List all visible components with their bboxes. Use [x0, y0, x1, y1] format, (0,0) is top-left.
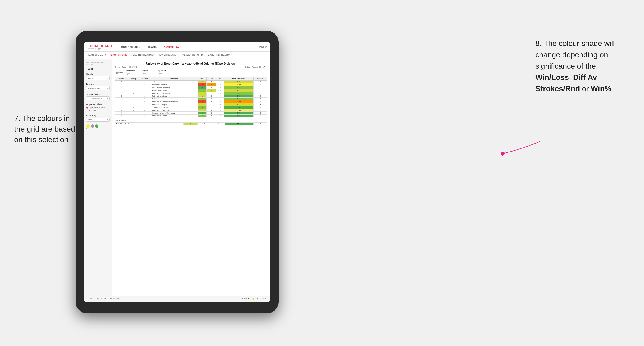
cell-tie: 0	[216, 103, 224, 106]
cell-diff: 4.62	[224, 115, 254, 117]
col-loss: Loss	[206, 77, 216, 81]
color-circle-up	[95, 125, 98, 128]
forward-btn[interactable]: →	[94, 298, 96, 300]
cell-conf: 3	[139, 103, 151, 106]
cell-opponent: Florida State University	[151, 89, 198, 92]
cell-opponent: Texas Tech University	[151, 106, 198, 109]
sidebar-opponent-view-label: Opponent View	[86, 103, 110, 106]
grid-btn[interactable]: ⊞	[256, 298, 258, 300]
redo-btn[interactable]: ↪	[90, 298, 92, 300]
sub-nav-team-h2h-heatmap[interactable]: TEAM H2H HEATMAP	[131, 53, 154, 57]
annotation-left: 7. The colours in the grid are based on …	[14, 113, 80, 145]
cell-conf: 0	[139, 109, 151, 112]
cell-conf: 1	[139, 106, 151, 109]
col-reg: # Reg	[128, 77, 139, 81]
sidebar-gender-value[interactable]: Men's	[86, 76, 110, 80]
cell-opponent: University of Oklahoma	[151, 109, 198, 112]
filter-row: Opponents: Conference (All) Region (All)	[115, 70, 268, 75]
cell-win: 0	[198, 83, 206, 86]
filter-opponent-select[interactable]: (All)	[158, 72, 172, 75]
cell-diff: 2.28	[224, 86, 254, 89]
sidebar-gender-section: Gender Men's	[86, 73, 110, 80]
clock-btn[interactable]: 🕐	[104, 298, 106, 300]
cell-loss: 1	[206, 100, 216, 103]
col-conf: # Conf	[139, 77, 151, 81]
sub-nav-player-h2h-heatmap[interactable]: PLAYER H2H HEATMAP	[206, 53, 232, 57]
cell-rounds: 17	[254, 86, 268, 89]
cell-loss: 1	[206, 115, 216, 117]
cell-rank: 9	[115, 95, 128, 98]
cell-rank: 16	[115, 115, 128, 117]
cell-diff: -2.29	[224, 83, 254, 86]
cell-conf: 1	[139, 81, 151, 83]
cell-tie: 0	[216, 98, 224, 100]
col-tie: Tie	[216, 77, 224, 81]
sidebar-opponent-view-section: Opponent View Opponents Played Top 100	[86, 103, 110, 112]
sign-out[interactable]: | Sign out	[256, 46, 266, 48]
cell-opponent: University of Alabama	[151, 98, 198, 100]
cell-tie: 0	[216, 115, 224, 117]
sub-nav-team-summary[interactable]: TEAM SUMMARY	[88, 53, 106, 57]
cell-reg: -	[128, 100, 139, 103]
cut-btn[interactable]: ✂	[100, 298, 102, 300]
cell-rank: 6	[115, 89, 128, 92]
cell-win: 5	[198, 112, 206, 115]
color-circle-down	[86, 125, 90, 128]
cell-win: 1	[198, 109, 206, 112]
cell-reg: -	[128, 86, 139, 89]
sub-nav-team-h2h-grid[interactable]: TEAM H2H GRID	[110, 53, 128, 57]
cell-loss: 1	[206, 109, 216, 112]
cell-opponent: University of Arizona	[151, 95, 198, 98]
ood-win: 1	[184, 123, 198, 125]
cell-diff: -1.00	[224, 109, 254, 112]
sidebar-school-value[interactable]: 1. University of Nort...	[86, 96, 110, 100]
cell-loss: 4	[206, 83, 216, 86]
nav-committee[interactable]: COMMITTEE	[163, 44, 181, 49]
radio-top-100[interactable]: Top 100	[86, 109, 110, 112]
share-btn[interactable]: Share	[260, 297, 268, 300]
sidebar-division-section: Division NCAA Division I	[86, 83, 110, 90]
cell-diff: -4.33	[224, 100, 254, 103]
cell-reg: -	[128, 95, 139, 98]
cell-reg: -	[128, 83, 139, 86]
nav-tournaments[interactable]: TOURNAMENTS	[119, 45, 142, 49]
view-original[interactable]: View: Original	[108, 297, 121, 300]
cell-rounds: 9	[254, 115, 268, 117]
cell-rounds: 12	[254, 89, 268, 92]
like-btn[interactable]: 👍	[252, 298, 255, 300]
color-down: Down	[86, 125, 90, 130]
copy-btn[interactable]: ⎘	[98, 298, 99, 300]
cell-conf: 2	[139, 92, 151, 95]
sidebar-colour-value[interactable]: Win/loss	[86, 118, 110, 122]
cell-reg: -	[128, 115, 139, 117]
table-row: 13 - 1 Texas Tech University 3 0 0 5.56 …	[115, 106, 268, 109]
filter-conference-select[interactable]: (All)	[126, 72, 140, 75]
sidebar-gender-label: Gender	[86, 73, 110, 75]
table-row: 4 - 1 Arizona State University 5 1 0 2.2…	[115, 86, 268, 89]
radio-opponents-played[interactable]: Opponents Played	[86, 107, 110, 109]
radio-dot-1	[86, 107, 88, 109]
undo-btn[interactable]: ↩	[87, 298, 88, 300]
cell-tie: 0	[216, 100, 224, 103]
color-label-level: Level	[91, 128, 94, 130]
nav-teams[interactable]: TEAMS	[146, 45, 158, 49]
cell-rounds: 8	[254, 83, 268, 86]
watch-btn[interactable]: Watch ▼	[241, 297, 250, 300]
cell-conf: 4	[139, 112, 151, 115]
cell-conf: 5	[139, 98, 151, 100]
cell-opponent: University of Florida	[151, 115, 198, 117]
sub-nav-player-summary[interactable]: PLAYER SUMMARY	[158, 53, 179, 57]
sidebar-school-section: School (Rank) 1. University of Nort...	[86, 93, 110, 100]
cell-opponent: University of Arkansas, Fayetteville	[151, 100, 198, 103]
sidebar-division-value[interactable]: NCAA Division I	[86, 86, 110, 90]
cell-win: 0	[198, 100, 206, 103]
sub-nav-player-h2h-grid[interactable]: PLAYER H2H GRID	[182, 53, 203, 57]
cell-loss: 1	[206, 86, 216, 89]
table-row: 16 - 2 University of Florida 3 1 0 4.62 …	[115, 115, 268, 117]
cell-opponent: Georgia Institute of Technology	[151, 112, 198, 115]
annotation-right: 8. The colour shade will change dependin…	[536, 38, 625, 94]
cell-rounds: 3	[254, 103, 268, 106]
filter-region-select[interactable]: (All)	[142, 72, 156, 75]
cell-conf: 6	[139, 100, 151, 103]
color-label-up: Up	[96, 128, 98, 130]
